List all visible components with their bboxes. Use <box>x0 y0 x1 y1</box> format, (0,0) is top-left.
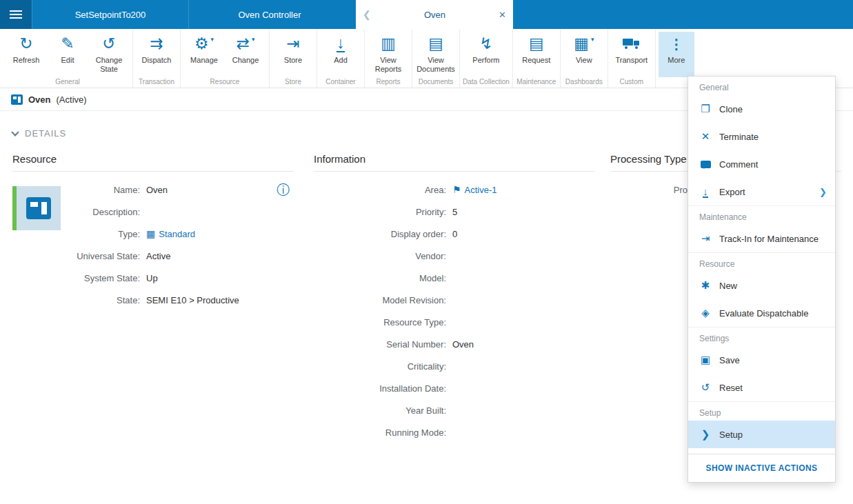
edit-button[interactable]: ✎ Edit <box>47 33 88 76</box>
ribbon-group-resource: ⚙▾ Manage ⇄▾ Change Resource <box>181 29 270 88</box>
view-reports-button[interactable]: ▥ View Reports <box>368 33 409 76</box>
more-button[interactable]: ⋮ More <box>659 32 694 77</box>
ribbon-group-maintenance: ▤ Request Maintenance <box>513 29 561 88</box>
field-value: Up <box>146 273 158 283</box>
menu-item-label: Evaluate Dispatchable <box>719 308 808 319</box>
field-row-serial-number: Serial Number: Oven <box>314 333 594 355</box>
details-section-label: DETAILS <box>25 128 66 139</box>
field-label: Model Revision: <box>314 295 446 305</box>
menu-item-export[interactable]: ↓ Export ❯ <box>688 178 835 205</box>
menu-item-clone[interactable]: ❐ Clone <box>688 95 835 123</box>
ribbon-group-reports: ▥ View Reports Reports <box>365 29 412 88</box>
menu-item-label: Save <box>719 355 740 365</box>
view-documents-icon: ▤ <box>428 33 443 54</box>
menu-item-setup[interactable]: ❯ Setup <box>688 421 835 448</box>
ribbon-group-label-container: Container <box>325 76 355 85</box>
field-row-priority: Priority: 5 <box>314 201 594 223</box>
field-label: Criticality: <box>314 361 446 372</box>
type-standard-link[interactable]: Standard <box>159 229 195 239</box>
view-reports-icon: ▥ <box>381 33 396 54</box>
menu-item-label: Terminate <box>719 132 759 142</box>
field-label: Running Mode: <box>314 427 446 438</box>
field-value: Oven <box>146 185 168 195</box>
request-button[interactable]: ▤ Request <box>516 33 557 76</box>
tab-oven-active[interactable]: ❮ Oven ✕ <box>356 0 513 29</box>
manage-gear-icon: ⚙ <box>194 36 209 52</box>
resource-panel: Resource ⓘ Name: Oven Description: Type:… <box>12 153 294 311</box>
change-state-label: Change State <box>88 56 130 73</box>
change-label: Change <box>232 56 259 65</box>
menu-section-label: Settings <box>688 327 835 346</box>
more-ellipsis-icon: ⋮ <box>670 34 683 54</box>
ribbon-group-label-custom: Custom <box>620 76 643 85</box>
edit-icon: ✎ <box>61 33 74 54</box>
field-row-year-built: Year Built: <box>314 399 594 421</box>
field-label: Type: <box>12 229 140 239</box>
field-label: Year Built: <box>314 405 446 416</box>
menu-item-save[interactable]: ▣ Save <box>688 346 835 374</box>
new-asterisk-icon: ✱ <box>699 279 712 292</box>
request-label: Request <box>522 56 550 65</box>
add-label: Add <box>334 56 348 65</box>
area-active-1-link[interactable]: Active-1 <box>465 185 497 195</box>
field-value: 5 <box>452 207 457 217</box>
menu-section-setup: Setup ❯ Setup <box>688 401 835 448</box>
perform-lightning-icon: ↯ <box>479 33 492 54</box>
show-inactive-actions-button[interactable]: SHOW INACTIVE ACTIONS <box>688 454 835 482</box>
terminate-x-icon: ✕ <box>699 130 712 143</box>
tab-back-chevron-icon[interactable]: ❮ <box>363 9 371 20</box>
tab-close-icon[interactable]: ✕ <box>499 10 506 20</box>
menu-section-label: General <box>688 77 835 95</box>
track-in-icon: ⇥ <box>699 232 712 245</box>
field-label: State: <box>12 295 140 305</box>
store-button[interactable]: ⇥ Store <box>272 33 314 76</box>
entity-state: (Active) <box>57 94 87 105</box>
menu-item-reset[interactable]: ↺ Reset <box>688 374 835 401</box>
field-row-universal-state: Universal State: Active <box>12 245 294 267</box>
chevron-down-icon: ▾ <box>252 37 255 43</box>
tab-oven-controller[interactable]: Oven Controller <box>188 0 350 29</box>
view-documents-label: View Documents <box>415 56 456 73</box>
hamburger-menu-icon[interactable] <box>0 0 32 29</box>
transport-truck-icon <box>623 39 641 49</box>
menu-section-label: Resource <box>688 253 835 272</box>
menu-item-label: New <box>719 281 737 291</box>
dispatch-icon: ⇉ <box>150 33 163 54</box>
transport-button[interactable]: Transport <box>611 33 652 76</box>
menu-item-terminate[interactable]: ✕ Terminate <box>688 123 835 150</box>
field-label: Description: <box>12 207 140 217</box>
field-row-installation-date: Installation Date: <box>314 377 594 399</box>
dispatch-button[interactable]: ⇉ Dispatch <box>136 33 177 76</box>
menu-item-evaluate-dispatchable[interactable]: ◈ Evaluate Dispatchable <box>688 299 835 327</box>
perform-button[interactable]: ↯ Perform <box>465 33 507 76</box>
field-row-display-order: Display order: 0 <box>314 223 594 245</box>
add-button[interactable]: ↓ Add <box>320 33 361 76</box>
menu-item-label: Track-In for Maintenance <box>719 234 819 244</box>
ribbon-group-label-reports: Reports <box>376 76 400 85</box>
field-row-running-mode: Running Mode: <box>314 421 594 443</box>
field-row-name: Name: Oven <box>12 179 294 201</box>
view-dashboards-button[interactable]: ▦▾ View <box>563 33 605 76</box>
field-value: 0 <box>452 229 457 239</box>
menu-item-new[interactable]: ✱ New <box>688 272 835 299</box>
ribbon-group-label-maintenance: Maintenance <box>516 76 556 85</box>
ribbon-group-data-collection: ↯ Perform Data Collection <box>460 29 513 88</box>
ribbon-group-transaction: ⇉ Dispatch Transaction <box>133 29 181 88</box>
top-bar: SetSetpointTo200 Oven Controller ❮ Oven … <box>0 0 853 29</box>
field-row-resource-type: Resource Type: <box>314 311 594 333</box>
tab-setsetpointto200[interactable]: SetSetpointTo200 <box>32 0 188 29</box>
view-documents-button[interactable]: ▤ View Documents <box>415 33 456 76</box>
details-section-toggle[interactable]: DETAILS <box>12 128 66 139</box>
menu-item-track-in-for-maintenance[interactable]: ⇥ Track-In for Maintenance <box>688 225 835 252</box>
change-icon: ⇄ <box>237 36 250 52</box>
change-state-button[interactable]: ↺ Change State <box>88 33 130 76</box>
field-row-model-revision: Model Revision: <box>314 289 594 311</box>
menu-item-comment[interactable]: Comment <box>688 150 835 178</box>
add-container-icon: ↓ <box>337 35 345 52</box>
field-value: SEMI E10 > Productive <box>146 295 239 305</box>
refresh-button[interactable]: ↻ Refresh <box>6 33 47 76</box>
change-button[interactable]: ⇄▾ Change <box>225 33 266 76</box>
manage-button[interactable]: ⚙▾ Manage <box>183 33 225 76</box>
menu-item-label: Export <box>719 187 745 197</box>
chevron-down-icon: ▾ <box>211 37 214 43</box>
